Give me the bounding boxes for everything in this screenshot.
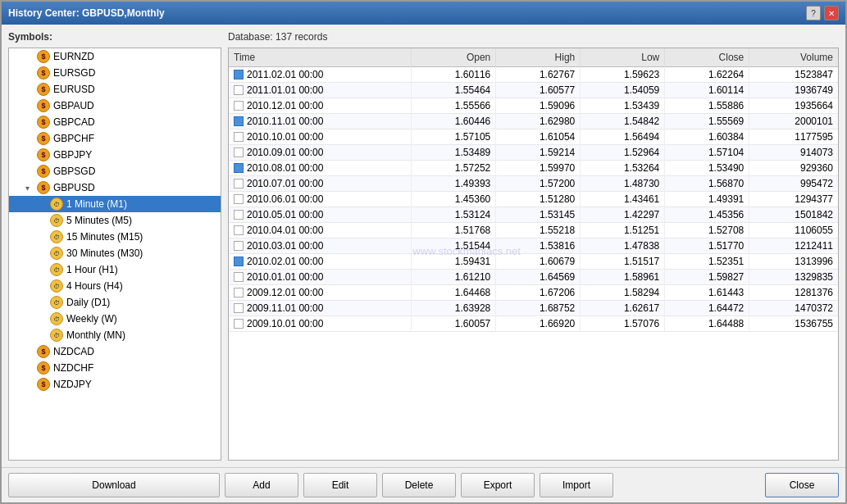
tree-label-eurnzd: EURNZD — [53, 51, 94, 62]
cell-close: 1.51770 — [665, 238, 749, 254]
tree-item-eursgd[interactable]: $EURSGD — [9, 65, 221, 81]
tree-item-nzdchf[interactable]: $NZDCHF — [9, 360, 221, 376]
table-row[interactable]: 2009.12.01 00:001.644681.672061.582941.6… — [229, 285, 838, 301]
tree-label-gbpcad: GBPCAD — [53, 116, 95, 128]
table-row[interactable]: 2009.11.01 00:001.639281.687521.626171.6… — [229, 301, 838, 316]
tree-item-m30[interactable]: ⏱30 Minutes (M30) — [9, 245, 221, 261]
table-row[interactable]: 2010.01.01 00:001.612101.645691.589611.5… — [229, 270, 838, 285]
cell-high: 1.60679 — [496, 254, 581, 270]
table-row[interactable]: 2010.11.01 00:001.604461.629801.548421.5… — [229, 114, 838, 129]
cell-close: 1.52708 — [665, 223, 749, 238]
symbols-tree[interactable]: $EURNZD$EURSGD$EURUSD$GBPAUD$GBPCAD$GBPC… — [8, 48, 221, 461]
tree-item-h4[interactable]: ⏱4 Hours (H4) — [9, 278, 221, 294]
cell-low: 1.42297 — [581, 207, 665, 223]
help-button[interactable]: ? — [806, 6, 821, 20]
data-table: Time Open High Low Close Volume 2011.02.… — [229, 48, 838, 332]
table-row[interactable]: 2010.06.01 00:001.453601.512801.434611.4… — [229, 192, 838, 207]
cell-close: 1.60384 — [665, 129, 749, 145]
tree-item-gbpcad[interactable]: $GBPCAD — [9, 114, 221, 130]
coin-icon-gbpcad: $ — [37, 116, 50, 129]
col-volume: Volume — [749, 48, 838, 67]
title-bar: History Center: GBPUSD,Monthly ? ✕ — [2, 2, 845, 25]
cell-volume: 1936749 — [749, 83, 838, 98]
clock-icon-d1: ⏱ — [50, 296, 63, 309]
tree-item-m1[interactable]: ⏱1 Minute (M1) — [9, 196, 221, 212]
tree-label-m5: 5 Minutes (M5) — [66, 215, 132, 226]
row-icon — [234, 85, 244, 95]
title-bar-buttons: ? ✕ — [806, 6, 839, 20]
table-row[interactable]: 2011.02.01 00:001.601161.627671.596231.6… — [229, 67, 838, 83]
tree-label-nzdchf: NZDCHF — [53, 362, 93, 374]
data-table-container[interactable]: Time Open High Low Close Volume 2011.02.… — [228, 48, 839, 461]
cell-time: 2010.03.01 00:00 — [229, 238, 412, 254]
tree-item-mn[interactable]: ⏱Monthly (MN) — [9, 327, 221, 343]
cell-close: 1.57104 — [665, 145, 749, 161]
table-row[interactable]: 2010.07.01 00:001.493931.572001.487301.5… — [229, 176, 838, 192]
time-value: 2009.11.01 00:00 — [247, 302, 323, 314]
table-body: 2011.02.01 00:001.601161.627671.596231.6… — [229, 67, 838, 332]
edit-button[interactable]: Edit — [303, 473, 377, 497]
coin-icon-eurusd: $ — [37, 83, 50, 96]
download-button[interactable]: Download — [8, 473, 220, 497]
table-row[interactable]: 2011.01.01 00:001.554641.605771.540591.6… — [229, 83, 838, 98]
right-panel: Database: 137 records Time Open High Low… — [228, 31, 839, 461]
import-button[interactable]: Import — [540, 473, 613, 497]
table-row[interactable]: 2009.10.01 00:001.600571.669201.570761.6… — [229, 316, 838, 332]
export-button[interactable]: Export — [461, 473, 535, 497]
tree-item-eurusd[interactable]: $EURUSD — [9, 81, 221, 98]
window-close-button[interactable]: ✕ — [824, 6, 839, 20]
table-row[interactable]: 2010.02.01 00:001.594311.606791.515171.5… — [229, 254, 838, 270]
clock-icon-mn: ⏱ — [50, 329, 63, 342]
cell-open: 1.55464 — [412, 83, 496, 98]
cell-open: 1.60446 — [412, 114, 496, 129]
tree-item-gbpaud[interactable]: $GBPAUD — [9, 98, 221, 114]
clock-icon-h1: ⏱ — [50, 263, 63, 276]
time-value: 2010.12.01 00:00 — [247, 100, 323, 111]
close-button[interactable]: Close — [765, 473, 839, 497]
table-row[interactable]: 2010.12.01 00:001.555661.590961.534391.5… — [229, 98, 838, 114]
tree-item-m15[interactable]: ⏱15 Minutes (M15) — [9, 229, 221, 245]
tree-label-gbpjpy: GBPJPY — [53, 149, 92, 161]
cell-high: 1.66920 — [496, 316, 581, 332]
table-row[interactable]: 2010.08.01 00:001.572521.599701.532641.5… — [229, 161, 838, 176]
table-row[interactable]: 2010.05.01 00:001.531241.531451.422971.4… — [229, 207, 838, 223]
coin-icon-gbpaud: $ — [37, 99, 50, 112]
cell-volume: 1212411 — [749, 238, 838, 254]
cell-low: 1.56494 — [581, 129, 665, 145]
tree-item-gbpsgd[interactable]: $GBPSGD — [9, 163, 221, 179]
row-icon — [234, 116, 244, 126]
coin-icon-eursgd: $ — [37, 66, 50, 79]
cell-close: 1.59827 — [665, 270, 749, 285]
cell-close: 1.55886 — [665, 98, 749, 114]
tree-item-gbpusd[interactable]: ▾$GBPUSD — [9, 179, 221, 196]
row-icon — [234, 257, 244, 266]
table-row[interactable]: 2010.09.01 00:001.534891.592141.529641.5… — [229, 145, 838, 161]
tree-item-nzdcad[interactable]: $NZDCAD — [9, 343, 221, 360]
col-time: Time — [229, 48, 412, 67]
tree-item-gbpchf[interactable]: $GBPCHF — [9, 130, 221, 147]
tree-item-d1[interactable]: ⏱Daily (D1) — [9, 294, 221, 311]
table-row[interactable]: 2010.03.01 00:001.515441.538161.478381.5… — [229, 238, 838, 254]
delete-button[interactable]: Delete — [382, 473, 456, 497]
tree-item-eurnzd[interactable]: $EURNZD — [9, 48, 221, 65]
table-row[interactable]: 2010.04.01 00:001.517681.552181.512511.5… — [229, 223, 838, 238]
cell-volume: 914073 — [749, 145, 838, 161]
tree-label-gbpaud: GBPAUD — [53, 100, 94, 111]
tree-item-h1[interactable]: ⏱1 Hour (H1) — [9, 261, 221, 278]
tree-label-nzdjpy: NZDJPY — [53, 379, 92, 390]
cell-open: 1.51544 — [412, 238, 496, 254]
cell-open: 1.57105 — [412, 129, 496, 145]
tree-item-m5[interactable]: ⏱5 Minutes (M5) — [9, 212, 221, 229]
time-value: 2010.01.01 00:00 — [247, 271, 323, 283]
cell-volume: 2000101 — [749, 114, 838, 129]
add-button[interactable]: Add — [225, 473, 298, 497]
row-icon — [234, 148, 244, 157]
cell-time: 2010.02.01 00:00 — [229, 254, 412, 270]
tree-item-gbpjpy[interactable]: $GBPJPY — [9, 147, 221, 163]
tree-item-w[interactable]: ⏱Weekly (W) — [9, 311, 221, 327]
row-icon — [234, 70, 244, 79]
tree-label-m15: 15 Minutes (M15) — [66, 231, 143, 243]
table-row[interactable]: 2010.10.01 00:001.571051.610541.564941.6… — [229, 129, 838, 145]
col-close: Close — [665, 48, 749, 67]
tree-item-nzdjpy[interactable]: $NZDJPY — [9, 376, 221, 393]
